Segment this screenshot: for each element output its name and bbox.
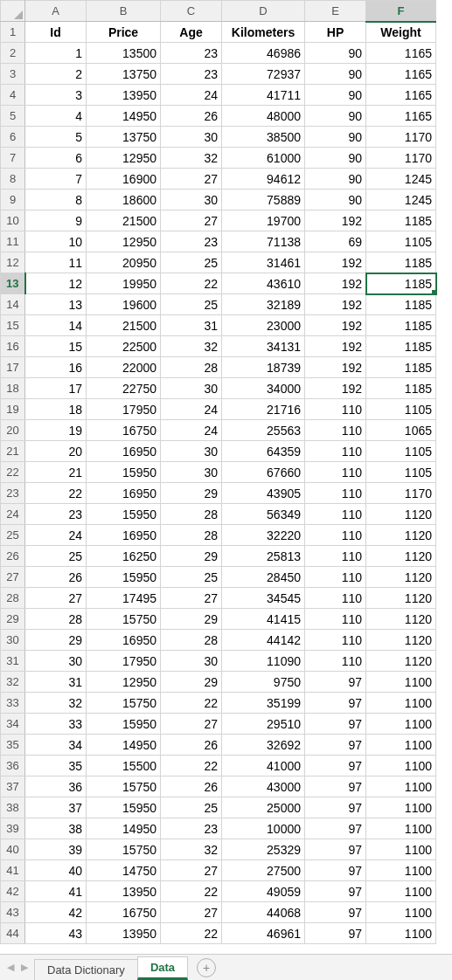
cell[interactable]: 75889 xyxy=(222,190,305,210)
cell[interactable]: 1120 xyxy=(366,588,436,609)
row-header[interactable]: 37 xyxy=(1,776,25,797)
cell[interactable]: 40 xyxy=(25,860,87,881)
cell[interactable]: 25329 xyxy=(222,839,305,860)
cell[interactable]: 1245 xyxy=(366,190,436,210)
cell[interactable]: 97 xyxy=(305,902,366,923)
cell[interactable]: 27 xyxy=(161,588,222,609)
cell[interactable]: 1185 xyxy=(366,357,436,378)
cell[interactable]: 97 xyxy=(305,818,366,839)
cell[interactable]: 1185 xyxy=(366,210,436,231)
cell[interactable]: 15950 xyxy=(87,567,161,588)
cell[interactable]: 110 xyxy=(305,399,366,420)
cell[interactable]: 110 xyxy=(305,504,366,525)
cell[interactable]: 1100 xyxy=(366,860,436,881)
cell[interactable]: 22500 xyxy=(87,336,161,357)
cell[interactable]: 97 xyxy=(305,881,366,902)
cell[interactable]: 56349 xyxy=(222,504,305,525)
cell[interactable]: 46961 xyxy=(222,923,305,944)
cell[interactable]: 192 xyxy=(305,273,366,294)
select-all-corner[interactable] xyxy=(1,1,25,22)
cell[interactable]: 32 xyxy=(25,693,87,714)
cell[interactable]: 90 xyxy=(305,85,366,106)
cell[interactable]: 110 xyxy=(305,525,366,546)
cell[interactable]: 36 xyxy=(25,776,87,797)
cell[interactable]: 25813 xyxy=(222,546,305,567)
row-header[interactable]: 7 xyxy=(1,148,25,169)
cell[interactable]: 110 xyxy=(305,630,366,651)
cell[interactable]: 32 xyxy=(161,336,222,357)
row-header[interactable]: 32 xyxy=(1,672,25,693)
cell[interactable]: 31 xyxy=(161,315,222,336)
cell[interactable]: 16950 xyxy=(87,525,161,546)
header-cell[interactable]: HP xyxy=(305,22,366,43)
row-header[interactable]: 30 xyxy=(1,630,25,651)
cell[interactable]: 10 xyxy=(25,231,87,252)
cell[interactable]: 34545 xyxy=(222,588,305,609)
cell[interactable]: 110 xyxy=(305,567,366,588)
row-header[interactable]: 13 xyxy=(1,273,25,294)
cell[interactable]: 110 xyxy=(305,588,366,609)
row-header[interactable]: 31 xyxy=(1,651,25,672)
cell[interactable]: 1100 xyxy=(366,818,436,839)
cell[interactable]: 1100 xyxy=(366,902,436,923)
cell[interactable]: 13950 xyxy=(87,85,161,106)
cell[interactable]: 1120 xyxy=(366,504,436,525)
cell[interactable]: 97 xyxy=(305,714,366,735)
cell[interactable]: 43 xyxy=(25,923,87,944)
cell[interactable]: 90 xyxy=(305,106,366,127)
row-header[interactable]: 15 xyxy=(1,315,25,336)
cell[interactable]: 11090 xyxy=(222,651,305,672)
cell[interactable]: 16250 xyxy=(87,546,161,567)
cell[interactable]: 8 xyxy=(25,190,87,210)
tab-nav-next-icon[interactable]: ▶ xyxy=(21,962,28,973)
cell[interactable]: 31 xyxy=(25,672,87,693)
cell[interactable]: 48000 xyxy=(222,106,305,127)
cell[interactable]: 3 xyxy=(25,85,87,106)
cell[interactable]: 37 xyxy=(25,797,87,818)
cell[interactable]: 1120 xyxy=(366,630,436,651)
cell[interactable]: 16950 xyxy=(87,441,161,462)
cell[interactable]: 18 xyxy=(25,399,87,420)
cell[interactable]: 15750 xyxy=(87,609,161,630)
cell[interactable]: 11 xyxy=(25,252,87,273)
header-cell[interactable]: Weight xyxy=(366,22,436,43)
cell[interactable]: 15500 xyxy=(87,756,161,776)
cell[interactable]: 94612 xyxy=(222,169,305,190)
row-header[interactable]: 34 xyxy=(1,714,25,735)
cell[interactable]: 1165 xyxy=(366,64,436,85)
cell[interactable]: 23 xyxy=(161,231,222,252)
cell[interactable]: 69 xyxy=(305,231,366,252)
cell[interactable]: 32692 xyxy=(222,735,305,756)
cell[interactable]: 14950 xyxy=(87,735,161,756)
row-header[interactable]: 27 xyxy=(1,567,25,588)
cell[interactable]: 110 xyxy=(305,546,366,567)
cell[interactable]: 25 xyxy=(25,546,87,567)
header-cell[interactable]: Kilometers xyxy=(222,22,305,43)
cell[interactable]: 1105 xyxy=(366,462,436,483)
cell[interactable]: 28 xyxy=(161,525,222,546)
cell[interactable]: 13500 xyxy=(87,43,161,64)
row-header[interactable]: 38 xyxy=(1,797,25,818)
row-header[interactable]: 19 xyxy=(1,399,25,420)
cell[interactable]: 10000 xyxy=(222,818,305,839)
cell[interactable]: 2 xyxy=(25,64,87,85)
cell[interactable]: 192 xyxy=(305,336,366,357)
cell[interactable]: 28 xyxy=(25,609,87,630)
cell[interactable]: 67660 xyxy=(222,462,305,483)
cell[interactable]: 1185 xyxy=(366,273,436,294)
header-cell[interactable]: Age xyxy=(161,22,222,43)
cell[interactable]: 19 xyxy=(25,420,87,441)
cell[interactable]: 5 xyxy=(25,127,87,148)
row-header[interactable]: 35 xyxy=(1,735,25,756)
cell[interactable]: 17950 xyxy=(87,399,161,420)
cell[interactable]: 22 xyxy=(161,756,222,776)
cell[interactable]: 34000 xyxy=(222,378,305,399)
row-header[interactable]: 17 xyxy=(1,357,25,378)
cell[interactable]: 35199 xyxy=(222,693,305,714)
cell[interactable]: 24 xyxy=(161,85,222,106)
cell[interactable]: 29 xyxy=(161,672,222,693)
cell[interactable]: 1165 xyxy=(366,106,436,127)
row-header[interactable]: 14 xyxy=(1,294,25,315)
cell[interactable]: 4 xyxy=(25,106,87,127)
cell[interactable]: 110 xyxy=(305,651,366,672)
